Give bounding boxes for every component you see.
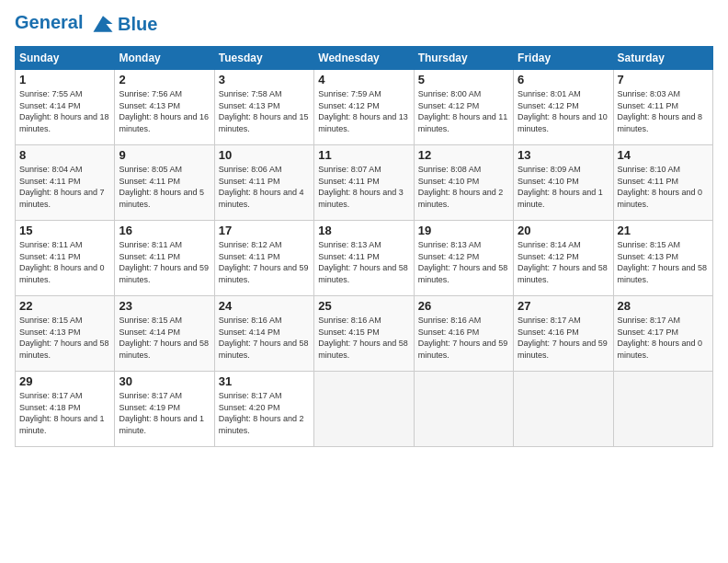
- logo-general: General: [15, 12, 83, 32]
- day-info: Sunrise: 8:15 AMSunset: 4:13 PMDaylight:…: [19, 316, 109, 360]
- day-info: Sunrise: 8:16 AMSunset: 4:14 PMDaylight:…: [219, 316, 309, 360]
- week-row-1: 1 Sunrise: 7:55 AMSunset: 4:14 PMDayligh…: [16, 70, 713, 145]
- logo-blue: Blue: [118, 14, 157, 35]
- col-header-thursday: Thursday: [414, 47, 513, 70]
- calendar-cell: 3 Sunrise: 7:58 AMSunset: 4:13 PMDayligh…: [214, 70, 313, 145]
- calendar-cell: 16 Sunrise: 8:11 AMSunset: 4:11 PMDaylig…: [115, 221, 214, 296]
- day-number: 23: [119, 299, 210, 313]
- week-row-2: 8 Sunrise: 8:04 AMSunset: 4:11 PMDayligh…: [16, 145, 713, 221]
- week-row-3: 15 Sunrise: 8:11 AMSunset: 4:11 PMDaylig…: [16, 221, 713, 296]
- calendar-cell: [314, 372, 414, 447]
- calendar-container: General Blue SundayMondayTuesdayWednesda…: [0, 0, 728, 454]
- day-number: 25: [318, 299, 409, 313]
- day-number: 14: [618, 148, 709, 162]
- day-info: Sunrise: 8:05 AMSunset: 4:11 PMDaylight:…: [119, 165, 204, 209]
- day-info: Sunrise: 8:13 AMSunset: 4:11 PMDaylight:…: [318, 240, 408, 284]
- calendar-cell: 1 Sunrise: 7:55 AMSunset: 4:14 PMDayligh…: [16, 70, 115, 145]
- day-number: 2: [119, 73, 210, 86]
- day-info: Sunrise: 8:09 AMSunset: 4:10 PMDaylight:…: [518, 165, 603, 209]
- calendar-cell: [514, 372, 613, 447]
- calendar-cell: 30 Sunrise: 8:17 AMSunset: 4:19 PMDaylig…: [115, 372, 214, 447]
- day-info: Sunrise: 8:17 AMSunset: 4:20 PMDaylight:…: [219, 391, 304, 435]
- logo: General Blue: [15, 11, 157, 37]
- calendar-cell: 31 Sunrise: 8:17 AMSunset: 4:20 PMDaylig…: [214, 372, 313, 447]
- day-info: Sunrise: 7:55 AMSunset: 4:14 PMDaylight:…: [19, 89, 109, 133]
- day-info: Sunrise: 8:17 AMSunset: 4:19 PMDaylight:…: [119, 391, 204, 435]
- col-header-monday: Monday: [115, 47, 214, 70]
- day-number: 1: [19, 73, 110, 86]
- day-number: 4: [318, 73, 409, 86]
- calendar-cell: 28 Sunrise: 8:17 AMSunset: 4:17 PMDaylig…: [613, 296, 712, 372]
- calendar-cell: 20 Sunrise: 8:14 AMSunset: 4:12 PMDaylig…: [514, 221, 613, 296]
- day-number: 26: [418, 299, 509, 313]
- col-header-tuesday: Tuesday: [214, 47, 313, 70]
- day-number: 31: [219, 374, 310, 388]
- day-number: 29: [19, 374, 110, 388]
- calendar-cell: 23 Sunrise: 8:15 AMSunset: 4:14 PMDaylig…: [115, 296, 214, 372]
- day-number: 18: [318, 224, 409, 237]
- day-info: Sunrise: 8:11 AMSunset: 4:11 PMDaylight:…: [19, 240, 105, 284]
- calendar-cell: 4 Sunrise: 7:59 AMSunset: 4:12 PMDayligh…: [314, 70, 414, 145]
- day-info: Sunrise: 8:16 AMSunset: 4:16 PMDaylight:…: [418, 316, 508, 360]
- calendar-cell: 9 Sunrise: 8:05 AMSunset: 4:11 PMDayligh…: [115, 145, 214, 221]
- col-header-sunday: Sunday: [16, 47, 115, 70]
- calendar-cell: 17 Sunrise: 8:12 AMSunset: 4:11 PMDaylig…: [214, 221, 313, 296]
- day-number: 3: [219, 73, 310, 86]
- day-number: 13: [518, 148, 609, 162]
- calendar-cell: 8 Sunrise: 8:04 AMSunset: 4:11 PMDayligh…: [16, 145, 115, 221]
- svg-marker-0: [94, 16, 113, 32]
- calendar-cell: 26 Sunrise: 8:16 AMSunset: 4:16 PMDaylig…: [414, 296, 513, 372]
- day-number: 5: [418, 73, 509, 86]
- logo-icon: [90, 11, 116, 37]
- col-header-saturday: Saturday: [613, 47, 712, 70]
- day-number: 22: [19, 299, 110, 313]
- week-row-4: 22 Sunrise: 8:15 AMSunset: 4:13 PMDaylig…: [16, 296, 713, 372]
- day-info: Sunrise: 8:17 AMSunset: 4:18 PMDaylight:…: [19, 391, 105, 435]
- day-info: Sunrise: 7:56 AMSunset: 4:13 PMDaylight:…: [119, 89, 209, 133]
- calendar-cell: 12 Sunrise: 8:08 AMSunset: 4:10 PMDaylig…: [414, 145, 513, 221]
- day-number: 12: [418, 148, 509, 162]
- day-number: 11: [318, 148, 409, 162]
- calendar-table: SundayMondayTuesdayWednesdayThursdayFrid…: [15, 46, 713, 447]
- calendar-cell: 13 Sunrise: 8:09 AMSunset: 4:10 PMDaylig…: [514, 145, 613, 221]
- day-number: 20: [518, 224, 609, 237]
- day-number: 30: [119, 374, 210, 388]
- day-info: Sunrise: 8:17 AMSunset: 4:17 PMDaylight:…: [618, 316, 703, 360]
- col-header-friday: Friday: [514, 47, 613, 70]
- calendar-cell: [613, 372, 712, 447]
- calendar-cell: 15 Sunrise: 8:11 AMSunset: 4:11 PMDaylig…: [16, 221, 115, 296]
- calendar-cell: 10 Sunrise: 8:06 AMSunset: 4:11 PMDaylig…: [214, 145, 313, 221]
- calendar-cell: 6 Sunrise: 8:01 AMSunset: 4:12 PMDayligh…: [514, 70, 613, 145]
- day-info: Sunrise: 8:15 AMSunset: 4:13 PMDaylight:…: [618, 240, 708, 284]
- day-info: Sunrise: 8:13 AMSunset: 4:12 PMDaylight:…: [418, 240, 508, 284]
- day-info: Sunrise: 7:58 AMSunset: 4:13 PMDaylight:…: [219, 89, 309, 133]
- day-info: Sunrise: 8:04 AMSunset: 4:11 PMDaylight:…: [19, 165, 105, 209]
- day-info: Sunrise: 8:10 AMSunset: 4:11 PMDaylight:…: [618, 165, 703, 209]
- day-info: Sunrise: 8:16 AMSunset: 4:15 PMDaylight:…: [318, 316, 408, 360]
- calendar-cell: 22 Sunrise: 8:15 AMSunset: 4:13 PMDaylig…: [16, 296, 115, 372]
- week-row-5: 29 Sunrise: 8:17 AMSunset: 4:18 PMDaylig…: [16, 372, 713, 447]
- calendar-cell: 18 Sunrise: 8:13 AMSunset: 4:11 PMDaylig…: [314, 221, 414, 296]
- day-number: 9: [119, 148, 210, 162]
- calendar-cell: 19 Sunrise: 8:13 AMSunset: 4:12 PMDaylig…: [414, 221, 513, 296]
- day-number: 15: [19, 224, 110, 237]
- calendar-cell: 11 Sunrise: 8:07 AMSunset: 4:11 PMDaylig…: [314, 145, 414, 221]
- calendar-cell: 21 Sunrise: 8:15 AMSunset: 4:13 PMDaylig…: [613, 221, 712, 296]
- day-number: 10: [219, 148, 310, 162]
- day-info: Sunrise: 8:03 AMSunset: 4:11 PMDaylight:…: [618, 89, 703, 133]
- calendar-cell: 27 Sunrise: 8:17 AMSunset: 4:16 PMDaylig…: [514, 296, 613, 372]
- day-number: 7: [618, 73, 709, 86]
- day-info: Sunrise: 8:11 AMSunset: 4:11 PMDaylight:…: [119, 240, 209, 284]
- col-header-wednesday: Wednesday: [314, 47, 414, 70]
- calendar-cell: 25 Sunrise: 8:16 AMSunset: 4:15 PMDaylig…: [314, 296, 414, 372]
- day-info: Sunrise: 8:14 AMSunset: 4:12 PMDaylight:…: [518, 240, 608, 284]
- day-number: 27: [518, 299, 609, 313]
- day-number: 24: [219, 299, 310, 313]
- calendar-cell: [414, 372, 513, 447]
- day-info: Sunrise: 8:08 AMSunset: 4:10 PMDaylight:…: [418, 165, 504, 209]
- day-number: 21: [618, 224, 709, 237]
- calendar-cell: 29 Sunrise: 8:17 AMSunset: 4:18 PMDaylig…: [16, 372, 115, 447]
- day-info: Sunrise: 7:59 AMSunset: 4:12 PMDaylight:…: [318, 89, 408, 133]
- day-number: 6: [518, 73, 609, 86]
- day-info: Sunrise: 8:07 AMSunset: 4:11 PMDaylight:…: [318, 165, 404, 209]
